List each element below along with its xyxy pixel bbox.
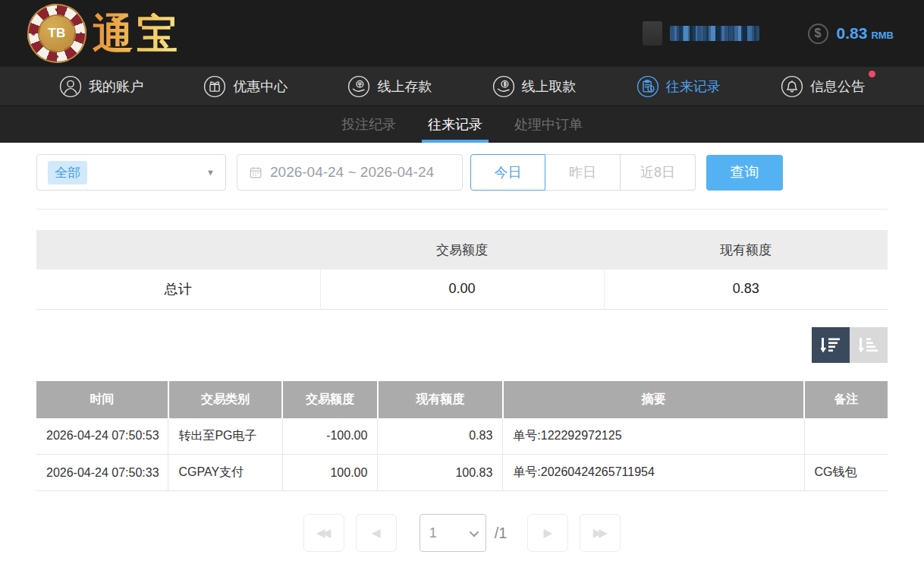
next-page-button[interactable]: ▶ [527, 514, 568, 552]
nav-item-my-account[interactable]: 我的账户 [59, 75, 143, 98]
search-button[interactable]: 查询 [706, 155, 783, 191]
date-range-value: 2026-04-24 ~ 2026-04-24 [270, 164, 434, 181]
cell-type: 转出至PG电子 [168, 418, 282, 455]
summary-trade-amount: 0.00 [320, 269, 604, 309]
quick-filter-today[interactable]: 今日 [470, 154, 545, 191]
col-type: 交易类别 [168, 381, 282, 418]
col-summary: 摘要 [503, 381, 804, 418]
brand-logo[interactable]: ♥ ♠ ♣ ♦ TB 通宝 [27, 4, 185, 63]
gift-icon [203, 75, 226, 98]
type-selected-chip: 全部 [48, 161, 87, 184]
col-amount: 交易额度 [282, 381, 378, 418]
summary-total-row: 总计 0.00 0.83 [36, 269, 888, 309]
summary-header-current-balance: 现有额度 [604, 230, 888, 269]
quick-date-group: 今日 昨日 近8日 [470, 154, 696, 191]
main-navigation: 我的账户 优惠中心 线上存款 线上取款 [0, 67, 924, 106]
currency-label: RMB [871, 27, 894, 41]
nav-item-promotions[interactable]: 优惠中心 [203, 75, 288, 98]
last-page-button[interactable]: ▶▶ [580, 514, 621, 552]
sub-navigation: 投注纪录 往来记录 处理中订单 [0, 106, 924, 143]
user-icon [59, 75, 82, 98]
tab-label: 往来记录 [428, 115, 482, 134]
calendar-icon [249, 165, 262, 179]
censored-username[interactable] [670, 26, 759, 41]
summary-header-row: 交易额度 现有额度 [36, 230, 888, 269]
pagination: ◀◀ ◀ 1 /1 ▶ ▶▶ [36, 514, 888, 552]
sort-controls [36, 327, 888, 363]
records-table: 时间 交易类别 交易额度 现有额度 摘要 备注 2026-04-24 07:50… [36, 381, 888, 492]
balance-amount: 0.83 [837, 24, 868, 43]
chip-badge: TB [39, 16, 74, 51]
cell-time: 2026-04-24 07:50:33 [36, 455, 168, 491]
tab-pending-orders[interactable]: 处理中订单 [513, 106, 584, 143]
first-page-button[interactable]: ◀◀ [303, 514, 344, 552]
cell-summary: 单号:122292972125 [503, 418, 804, 455]
cell-balance: 0.83 [378, 418, 503, 455]
nav-label: 我的账户 [89, 77, 143, 96]
record-row: 2026-04-24 07:50:53 转出至PG电子 -100.00 0.83… [36, 418, 888, 455]
withdraw-icon [492, 75, 515, 98]
section-divider [36, 209, 888, 210]
page-total: /1 [495, 525, 508, 542]
sort-ascending-button[interactable] [850, 327, 888, 363]
col-time: 时间 [36, 381, 168, 418]
date-range-input[interactable]: 2026-04-24 ~ 2026-04-24 [237, 154, 463, 191]
sort-descending-button[interactable] [812, 327, 850, 363]
cell-note: CG钱包 [804, 455, 888, 491]
cell-type: CGPAY支付 [168, 455, 282, 491]
summary-total-label: 总计 [36, 269, 320, 309]
summary-header-trade-amount: 交易额度 [320, 230, 604, 269]
tab-transaction-records[interactable]: 往来记录 [426, 106, 484, 143]
cell-time: 2026-04-24 07:50:53 [36, 418, 168, 455]
nav-item-announcements[interactable]: 信息公告 [781, 75, 865, 98]
nav-item-withdraw[interactable]: 线上取款 [492, 75, 577, 98]
quick-filter-yesterday[interactable]: 昨日 [545, 154, 621, 191]
bell-icon [781, 75, 803, 98]
page-select-value: 1 [429, 525, 437, 541]
filter-bar: 全部 ▼ 2026-04-24 ~ 2026-04-24 今日 昨日 近8日 查… [36, 154, 888, 191]
summary-header-empty [36, 230, 320, 269]
cell-note [804, 418, 888, 455]
brand-name: 通宝 [93, 13, 185, 54]
sort-descending-icon [821, 336, 841, 354]
col-note: 备注 [804, 381, 888, 418]
quick-filter-last8days[interactable]: 近8日 [621, 154, 696, 191]
prev-page-button[interactable]: ◀ [356, 514, 397, 552]
page-select[interactable]: 1 [420, 514, 486, 552]
deposit-icon [347, 75, 370, 98]
nav-item-deposit[interactable]: 线上存款 [347, 75, 432, 98]
cell-amount: 100.00 [282, 455, 378, 491]
nav-label: 信息公告 [810, 77, 865, 96]
records-icon [636, 75, 659, 98]
top-header: ♥ ♠ ♣ ♦ TB 通宝 $ 0.83 RMB [0, 0, 924, 67]
cell-balance: 100.83 [378, 455, 503, 491]
balance-display: $ 0.83 RMB [808, 24, 894, 44]
dollar-coin-icon: $ [808, 24, 828, 44]
nav-label: 线上取款 [522, 77, 577, 96]
chevron-down-icon [469, 527, 479, 537]
sort-ascending-icon [859, 336, 879, 354]
tab-label: 处理中订单 [514, 115, 583, 134]
notification-dot [869, 71, 875, 77]
chevron-down-icon: ▼ [206, 168, 215, 177]
nav-label: 往来记录 [666, 77, 721, 96]
cell-amount: -100.00 [282, 418, 378, 455]
avatar[interactable] [643, 21, 662, 46]
summary-current-balance: 0.83 [604, 269, 888, 309]
main-content: 全部 ▼ 2026-04-24 ~ 2026-04-24 今日 昨日 近8日 查… [0, 143, 924, 552]
nav-label: 优惠中心 [233, 77, 288, 96]
nav-label: 线上存款 [377, 77, 432, 96]
type-dropdown[interactable]: 全部 ▼ [36, 154, 226, 191]
records-header-row: 时间 交易类别 交易额度 现有额度 摘要 备注 [36, 381, 888, 418]
summary-table: 交易额度 现有额度 总计 0.00 0.83 [36, 230, 888, 310]
record-row: 2026-04-24 07:50:33 CGPAY支付 100.00 100.8… [36, 455, 888, 491]
tab-betting-records[interactable]: 投注纪录 [340, 106, 398, 143]
cell-summary: 单号:20260424265711954 [503, 455, 804, 491]
col-balance: 现有额度 [378, 381, 503, 418]
poker-chip-icon: ♥ ♠ ♣ ♦ TB [27, 4, 86, 63]
nav-item-transactions[interactable]: 往来记录 [636, 75, 721, 98]
tab-label: 投注纪录 [341, 115, 396, 134]
